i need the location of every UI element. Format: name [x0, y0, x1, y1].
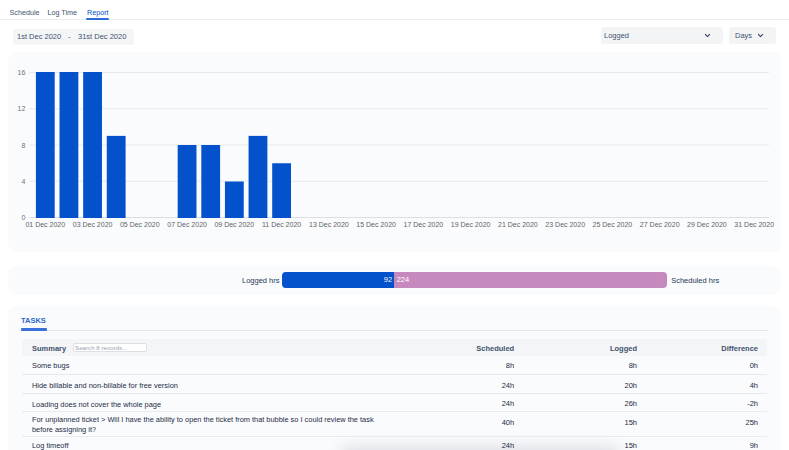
svg-text:31 Dec 2020: 31 Dec 2020 [734, 221, 774, 228]
svg-text:13 Dec 2020: 13 Dec 2020 [309, 221, 349, 228]
svg-text:12: 12 [18, 105, 26, 112]
svg-text:09 Dec 2020: 09 Dec 2020 [214, 221, 254, 228]
svg-text:29 Dec 2020: 29 Dec 2020 [687, 221, 727, 228]
svg-text:05 Dec 2020: 05 Dec 2020 [120, 221, 160, 228]
svg-text:17 Dec 2020: 17 Dec 2020 [404, 221, 444, 228]
svg-text:03 Dec 2020: 03 Dec 2020 [73, 221, 113, 228]
svg-text:4: 4 [21, 178, 25, 185]
svg-text:25 Dec 2020: 25 Dec 2020 [593, 221, 633, 228]
svg-text:8: 8 [21, 142, 25, 149]
svg-text:07 Dec 2020: 07 Dec 2020 [167, 221, 207, 228]
svg-text:0: 0 [21, 214, 25, 221]
svg-text:01 Dec 2020: 01 Dec 2020 [25, 221, 65, 228]
svg-text:16: 16 [18, 69, 26, 76]
svg-text:15 Dec 2020: 15 Dec 2020 [356, 221, 396, 228]
svg-text:27 Dec 2020: 27 Dec 2020 [640, 221, 680, 228]
svg-text:23 Dec 2020: 23 Dec 2020 [545, 221, 585, 228]
svg-text:19 Dec 2020: 19 Dec 2020 [451, 221, 491, 228]
svg-text:21 Dec 2020: 21 Dec 2020 [498, 221, 538, 228]
svg-text:11 Dec 2020: 11 Dec 2020 [262, 221, 301, 228]
